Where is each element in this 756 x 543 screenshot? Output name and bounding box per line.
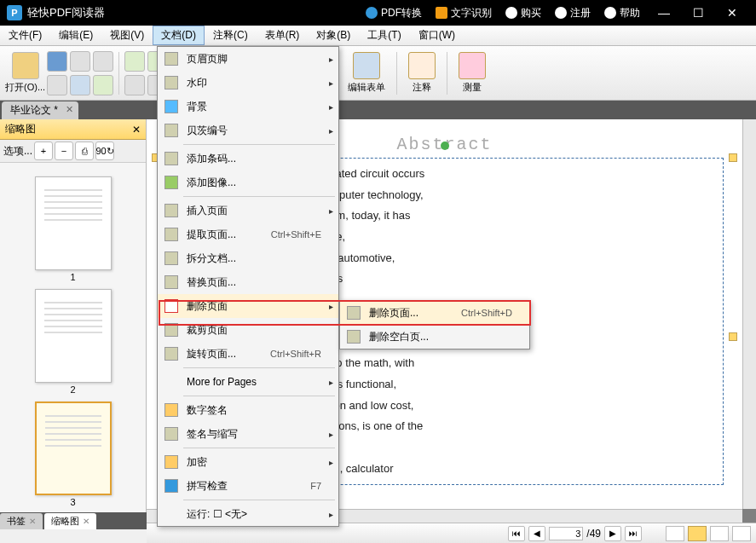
thumbnail-number: 2 (7, 384, 139, 395)
extract-page-icon (164, 228, 178, 241)
menu-run[interactable]: 运行: ☐ <无>▸ (158, 502, 338, 526)
print-icon[interactable] (70, 51, 90, 72)
ocr-icon (436, 7, 447, 19)
measure-button[interactable]: 测量 (453, 48, 492, 98)
undo-icon[interactable] (124, 51, 145, 72)
menu-extract-page[interactable]: 提取页面...Ctrl+Shift+E (158, 222, 338, 246)
menu-delete-page[interactable]: 删除页面▸ (158, 294, 338, 318)
tab-close-icon[interactable]: ✕ (66, 104, 73, 115)
menu-image[interactable]: 添加图像... (158, 170, 338, 194)
menu-signature[interactable]: 签名与缩写▸ (158, 422, 338, 446)
thumbnail-number: 3 (7, 497, 139, 507)
register-button[interactable]: 注册 (548, 6, 597, 20)
thumb-zoom-in-icon[interactable]: + (34, 142, 53, 160)
menu-replace-page[interactable]: 替换页面... (158, 270, 338, 294)
rotate-handle-icon[interactable] (441, 142, 449, 150)
help-button[interactable]: 帮助 (597, 6, 647, 20)
thumbnail-tab[interactable]: 缩略图✕ (44, 513, 96, 529)
first-page-button[interactable]: ⏮ (508, 526, 525, 541)
user-icon (555, 7, 567, 19)
page-number-input[interactable] (549, 527, 583, 540)
resize-handle[interactable] (729, 332, 737, 341)
vertical-scrollbar[interactable] (742, 119, 756, 509)
menu-document[interactable]: 文档(D) (153, 26, 205, 45)
annotate-icon (408, 52, 436, 79)
document-tab[interactable]: 毕业论文 * ✕ (2, 101, 78, 119)
single-page-view-button[interactable] (666, 526, 684, 541)
last-page-button[interactable]: ⏭ (625, 526, 642, 541)
side-panel-tabs: 书签✕ 缩略图✕ (0, 512, 147, 529)
thumbnail-page-selected[interactable] (35, 401, 112, 495)
menu-watermark[interactable]: 水印▸ (158, 71, 338, 95)
split-icon (164, 251, 178, 265)
copy-icon[interactable] (124, 75, 145, 95)
open-icon[interactable] (12, 52, 39, 79)
close-icon[interactable]: ✕ (29, 517, 36, 526)
menu-spell[interactable]: 拼写检查F7 (158, 474, 338, 498)
panel-close-icon[interactable]: ✕ (132, 124, 141, 136)
close-button[interactable]: ✕ (715, 6, 749, 20)
mail-icon[interactable] (70, 75, 90, 95)
submenu-delete-blank[interactable]: 删除空白页... (340, 325, 529, 349)
menu-comment[interactable]: 注释(C) (205, 26, 257, 45)
prev-page-button[interactable]: ◀ (528, 526, 545, 541)
bookmark-tab[interactable]: 书签✕ (0, 513, 43, 529)
export-icon[interactable] (93, 75, 113, 95)
submenu-delete-page[interactable]: 删除页面...Ctrl+Shift+D (340, 301, 529, 325)
thumb-rotate-icon[interactable]: 90↻ (95, 142, 114, 160)
menu-crop-page[interactable]: 裁剪页面 (158, 318, 338, 342)
pdf-convert-button[interactable]: PDF转换 (359, 6, 429, 20)
buy-button[interactable]: 购买 (499, 6, 548, 20)
menu-barcode[interactable]: 添加条码... (158, 147, 338, 170)
menu-window[interactable]: 窗口(W) (410, 26, 464, 45)
two-page-view-button[interactable] (710, 526, 729, 541)
menu-edit[interactable]: 编辑(E) (50, 26, 101, 45)
menu-file[interactable]: 文件(F) (0, 26, 50, 45)
printer-icon[interactable] (47, 75, 67, 95)
edit-form-button[interactable]: 编辑表单 (342, 48, 391, 98)
delete-page-icon (347, 306, 361, 320)
open-label: 打开(O)... (5, 81, 45, 94)
crop-page-icon (164, 323, 178, 337)
save-icon[interactable] (47, 51, 67, 72)
menu-header-footer[interactable]: 页眉页脚▸ (158, 47, 338, 71)
ocr-button[interactable]: 文字识别 (429, 6, 499, 20)
annotate-button[interactable]: 注释 (402, 48, 441, 98)
barcode-icon (164, 152, 178, 165)
continuous-view-button[interactable] (688, 526, 707, 541)
menu-tools[interactable]: 工具(T) (359, 26, 409, 45)
scan-icon[interactable] (93, 51, 113, 72)
menu-sign[interactable]: 数字签名 (158, 398, 338, 422)
menu-encrypt[interactable]: 加密▸ (158, 450, 338, 474)
thumbnail-header: 缩略图 ✕ (0, 119, 146, 140)
next-page-button[interactable]: ▶ (604, 526, 621, 541)
options-label[interactable]: 选项... (3, 144, 32, 159)
close-icon[interactable]: ✕ (83, 517, 89, 526)
help-icon (604, 7, 616, 19)
resize-handle[interactable] (729, 153, 737, 162)
menu-form[interactable]: 表单(R) (257, 26, 309, 45)
thumb-print-icon[interactable]: ⎙ (75, 142, 94, 160)
maximize-button[interactable]: ☐ (681, 6, 715, 20)
fullscreen-button[interactable] (732, 526, 751, 541)
menu-rotate-page[interactable]: 旋转页面...Ctrl+Shift+R (158, 342, 338, 366)
menu-background[interactable]: 背景▸ (158, 95, 338, 118)
delete-blank-icon (347, 330, 361, 344)
menu-more-pages[interactable]: More for Pages▸ (158, 370, 338, 394)
thumbnail-page[interactable] (35, 176, 112, 270)
minimize-button[interactable]: — (647, 6, 681, 20)
edit-form-icon (353, 52, 380, 79)
app-logo-icon: P (7, 5, 22, 20)
signature-icon (164, 427, 178, 441)
spell-icon (164, 479, 178, 493)
menu-view[interactable]: 视图(V) (101, 26, 153, 45)
menu-split[interactable]: 拆分文档... (158, 246, 338, 270)
thumbnail-page[interactable] (35, 289, 112, 383)
menu-bates[interactable]: 贝茨编号▸ (158, 118, 338, 142)
menu-object[interactable]: 对象(B) (308, 26, 359, 45)
menu-insert-page[interactable]: 插入页面▸ (158, 199, 338, 222)
thumb-zoom-out-icon[interactable]: − (55, 142, 73, 160)
title-bar: P 轻快PDF阅读器 PDF转换 文字识别 购买 注册 帮助 — ☐ ✕ (0, 0, 756, 26)
image-icon (164, 176, 178, 189)
toolbar: 打开(O)... − + 编辑内容 添加文本 (0, 46, 756, 101)
